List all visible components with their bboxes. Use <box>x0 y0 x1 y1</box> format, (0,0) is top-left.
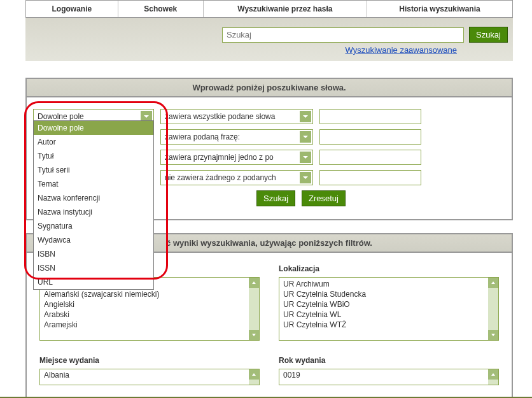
match-select-1[interactable]: zawiera wszystkie podane słowa <box>160 109 313 124</box>
search-panel-title: Wprowadź poniżej poszukiwane słowa. <box>27 79 512 97</box>
list-item[interactable]: Alemański (szwajcarski niemiecki) <box>44 289 249 299</box>
field-option[interactable]: Temat <box>34 177 153 191</box>
field-option[interactable]: Autor <box>34 135 153 149</box>
term-input-2[interactable] <box>319 129 421 145</box>
list-item[interactable]: Aramejski <box>44 320 249 330</box>
match-select-4[interactable]: nie zawiera żadnego z podanych <box>160 170 313 185</box>
field-option[interactable]: Tytuł <box>34 149 153 163</box>
chevron-down-icon <box>300 131 311 143</box>
chevron-down-icon <box>300 152 311 163</box>
form-search-button[interactable]: Szukaj <box>256 190 295 206</box>
list-item[interactable]: UR Czytelnia WBiO <box>283 299 488 309</box>
field-option[interactable]: Wydawca <box>34 233 153 247</box>
field-select-value: Dowolne pole <box>34 112 139 121</box>
list-item[interactable]: Albania <box>44 371 249 380</box>
list-item[interactable]: Arabski <box>44 309 249 320</box>
list-item[interactable]: UR Czytelnia WL <box>283 309 488 320</box>
scroll-up-icon[interactable] <box>488 369 498 380</box>
field-option[interactable]: Tytuł serii <box>34 163 153 177</box>
scroll-track[interactable] <box>488 288 498 330</box>
search-button[interactable]: Szukaj <box>469 27 508 43</box>
filter-label-miejsce: Miejsce wydania <box>39 353 260 369</box>
match-select-value: nie zawiera żadnego z podanych <box>161 173 298 182</box>
scrollbar[interactable] <box>249 369 259 385</box>
chevron-down-icon <box>300 172 311 183</box>
tab-login[interactable]: Logowanie <box>26 1 118 17</box>
filter-label-lokalizacja: Lokalizacja <box>279 262 499 277</box>
scroll-down-icon[interactable] <box>249 330 259 340</box>
listbox-miejsce[interactable]: Albania <box>39 369 260 385</box>
field-option[interactable]: ISSN <box>34 261 153 275</box>
scrollbar[interactable] <box>488 369 498 385</box>
scrollbar[interactable] <box>249 278 259 340</box>
match-select-2[interactable]: zawiera podaną frazę: <box>160 129 313 145</box>
scroll-down-icon[interactable] <box>488 330 498 340</box>
scroll-up-icon[interactable] <box>488 278 498 288</box>
term-input-3[interactable] <box>319 150 421 165</box>
scrollbar[interactable] <box>488 278 498 340</box>
match-select-value: zawiera podaną frazę: <box>161 132 298 141</box>
filter-label-rok: Rok wydania <box>279 353 499 369</box>
advanced-search-link[interactable]: Wyszukiwanie zaawansowane <box>346 45 457 55</box>
field-dropdown-list[interactable]: Dowolne pole Autor Tytuł Tytuł serii Tem… <box>33 120 154 290</box>
listbox-rok[interactable]: 0019 <box>279 369 499 385</box>
scroll-track[interactable] <box>249 380 259 385</box>
scroll-track[interactable] <box>249 288 259 330</box>
term-input-4[interactable] <box>319 170 421 185</box>
scroll-up-icon[interactable] <box>249 278 259 288</box>
chevron-down-icon <box>300 111 311 122</box>
scroll-track[interactable] <box>488 380 498 385</box>
field-option[interactable]: Nazwa konferencji <box>34 191 153 205</box>
listbox-lokalizacja[interactable]: UR Archiwum UR Czytelnia Studencka UR Cz… <box>279 277 499 341</box>
tab-history[interactable]: Historia wyszukiwania <box>367 1 512 17</box>
top-search-bar: Szukaj Wyszukiwanie zaawansowane <box>25 18 513 61</box>
search-panel: Wprowadź poniżej poszukiwane słowa. Dowo… <box>25 78 513 220</box>
field-option[interactable]: Sygnatura <box>34 219 153 233</box>
form-reset-button[interactable]: Zresetuj <box>302 190 346 206</box>
tab-clipboard[interactable]: Schowek <box>118 1 204 17</box>
list-item[interactable]: 0019 <box>283 371 488 380</box>
list-item[interactable]: UR Czytelnia WTŻ <box>283 320 488 330</box>
field-option[interactable]: Nazwa instytucji <box>34 205 153 219</box>
field-option[interactable]: URL <box>34 275 153 289</box>
list-item[interactable]: Angielski <box>44 299 249 309</box>
scroll-up-icon[interactable] <box>249 369 259 380</box>
field-option[interactable]: ISBN <box>34 247 153 261</box>
match-select-3[interactable]: zawiera przynajmniej jedno z po <box>160 150 313 165</box>
match-select-value: zawiera przynajmniej jedno z po <box>161 153 298 162</box>
field-option[interactable]: Dowolne pole <box>34 121 153 135</box>
match-select-value: zawiera wszystkie podane słowa <box>161 112 298 121</box>
list-item[interactable]: UR Czytelnia Studencka <box>283 289 488 299</box>
list-item[interactable]: UR Archiwum <box>283 279 488 289</box>
search-input[interactable] <box>222 27 464 43</box>
tab-keyword-search[interactable]: Wyszukiwanie przez hasła <box>204 1 367 17</box>
term-input-1[interactable] <box>319 109 421 124</box>
top-tabs: Logowanie Schowek Wyszukiwanie przez has… <box>25 0 513 18</box>
